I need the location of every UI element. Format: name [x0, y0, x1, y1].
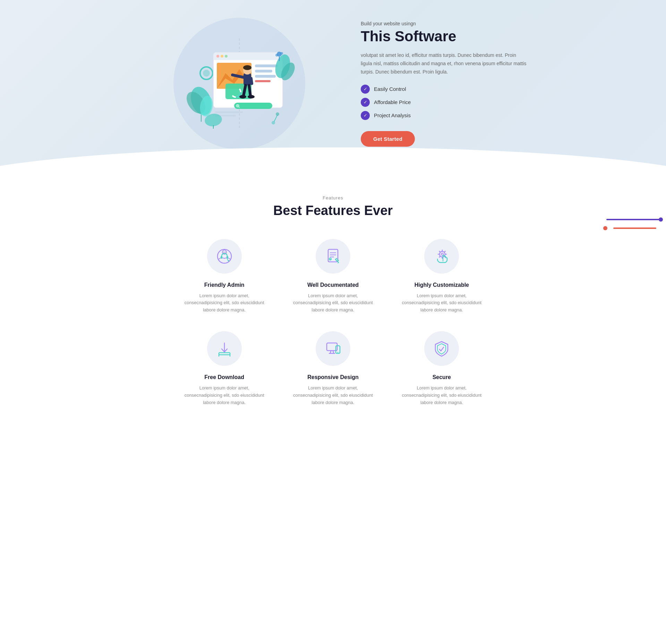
hero-description: volutpat sit amet leo id, efficitur matt…	[361, 51, 527, 76]
clock24-icon: 24	[215, 247, 233, 265]
svg-point-51	[659, 217, 663, 222]
feature-icon-wrap-secure	[424, 331, 459, 366]
hero-section: Build your website usingn This Software …	[0, 0, 666, 188]
deco-lines	[597, 209, 666, 244]
hero-content: Build your website usingn This Software …	[361, 21, 527, 147]
svg-point-6	[203, 70, 210, 77]
responsive-icon	[324, 340, 342, 358]
shield-icon	[433, 340, 451, 358]
svg-point-35	[239, 95, 246, 98]
svg-rect-19	[255, 80, 271, 82]
feature-name-free-download: Free Download	[184, 374, 265, 380]
feature-card-secure: Secure Lorem ipsum dolor amet, consecnad…	[394, 331, 489, 406]
feature-card-free-download: Free Download Lorem ipsum dolor amet, co…	[177, 331, 272, 406]
feature-icon-wrap-highly-customizable	[424, 239, 459, 274]
features-grid: 24 Friendly Admin Lorem ipsum dolor amet…	[177, 239, 489, 406]
document-icon	[324, 247, 342, 265]
svg-rect-26	[215, 111, 243, 113]
hero-browser-mockup	[180, 38, 298, 129]
feature-label-2: Affordable Price	[374, 99, 411, 105]
svg-rect-78	[219, 353, 230, 355]
check-icon-2: ✓	[361, 98, 370, 107]
svg-rect-18	[255, 75, 276, 78]
features-section: Features Best Features Ever 24	[0, 188, 666, 434]
hero-title: This Software	[361, 28, 527, 44]
feature-card-highly-customizable: Highly Customizable Lorem ipsum dolor am…	[394, 239, 489, 314]
hero-subtitle: Build your website usingn	[361, 21, 527, 26]
hero-feature-list: ✓ Easily Control ✓ Affordable Price ✓ Pr…	[361, 85, 527, 120]
svg-point-42	[280, 52, 283, 55]
feature-item-project-analysis: ✓ Project Analysis	[361, 111, 527, 120]
feature-card-responsive-design: Responsive Design Lorem ipsum dolor amet…	[285, 331, 380, 406]
feature-label-3: Project Analysis	[374, 112, 411, 118]
feature-name-secure: Secure	[401, 374, 482, 380]
features-title: Best Features Ever	[139, 203, 527, 218]
svg-line-45	[274, 115, 278, 122]
svg-rect-16	[255, 65, 278, 67]
svg-rect-56	[227, 256, 228, 259]
feature-icon-wrap-well-documented	[316, 239, 350, 274]
svg-line-32	[251, 78, 252, 84]
feature-name-highly-customizable: Highly Customizable	[401, 282, 482, 288]
svg-point-50	[603, 226, 607, 230]
feature-icon-wrap-friendly-admin: 24	[207, 239, 242, 274]
hero-illustration	[139, 38, 340, 129]
svg-rect-55	[221, 256, 222, 259]
feature-name-responsive-design: Responsive Design	[292, 374, 373, 380]
feature-desc-highly-customizable: Lorem ipsum dolor amet, consecnadipisici…	[401, 292, 482, 314]
feature-name-friendly-admin: Friendly Admin	[184, 282, 265, 288]
feature-desc-free-download: Lorem ipsum dolor amet, consecnadipisici…	[184, 385, 265, 406]
svg-point-46	[272, 121, 275, 124]
feature-label-1: Easily Control	[374, 86, 406, 92]
svg-rect-9	[213, 57, 283, 60]
feature-icon-wrap-free-download	[207, 331, 242, 366]
svg-point-12	[225, 55, 228, 58]
svg-line-57	[227, 259, 228, 260]
download-icon	[215, 340, 233, 358]
svg-line-34	[249, 85, 250, 96]
svg-line-66	[338, 263, 339, 263]
svg-point-58	[228, 260, 229, 261]
feature-name-well-documented: Well Documentated	[292, 282, 373, 288]
feature-card-well-documented: Well Documentated Lorem ipsum dolor amet…	[285, 239, 380, 314]
feature-card-friendly-admin: 24 Friendly Admin Lorem ipsum dolor amet…	[177, 239, 272, 314]
feature-desc-responsive-design: Lorem ipsum dolor amet, consecnadipisici…	[292, 385, 373, 406]
features-header: Features Best Features Ever	[139, 195, 527, 218]
check-icon-1: ✓	[361, 85, 370, 94]
svg-rect-17	[255, 70, 272, 72]
feature-icon-wrap-responsive-design	[316, 331, 350, 366]
svg-point-30	[243, 65, 251, 70]
svg-point-41	[275, 54, 278, 57]
feature-desc-well-documented: Lorem ipsum dolor amet, consecnadipisici…	[292, 292, 373, 314]
svg-point-47	[276, 112, 279, 116]
svg-line-75	[445, 251, 445, 252]
svg-point-36	[248, 95, 255, 98]
svg-rect-23	[234, 103, 272, 109]
svg-point-68	[441, 253, 443, 255]
feature-item-affordable-price: ✓ Affordable Price	[361, 98, 527, 107]
feature-desc-secure: Lorem ipsum dolor amet, consecnadipisici…	[401, 385, 482, 406]
feature-desc-friendly-admin: Lorem ipsum dolor amet, consecnadipisici…	[184, 292, 265, 314]
check-icon-3: ✓	[361, 111, 370, 120]
gear-icon	[433, 247, 451, 265]
feature-item-easily-control: ✓ Easily Control	[361, 85, 527, 94]
svg-point-87	[337, 352, 338, 353]
features-label: Features	[139, 195, 527, 200]
svg-point-10	[216, 55, 219, 58]
svg-line-76	[439, 257, 440, 257]
svg-line-73	[439, 251, 440, 252]
svg-point-11	[221, 55, 223, 58]
get-started-button[interactable]: Get Started	[361, 131, 415, 147]
